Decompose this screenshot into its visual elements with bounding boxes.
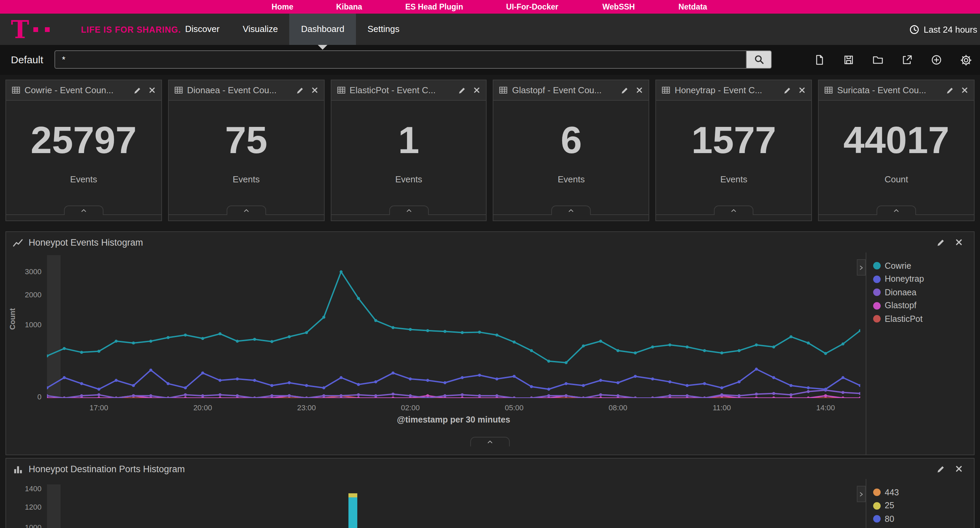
metric-value: 6	[494, 121, 649, 159]
edit-pencil-icon[interactable]	[458, 86, 466, 94]
tab-settings[interactable]: Settings	[356, 14, 411, 45]
legend-label: 443	[885, 488, 899, 498]
dashboard-toolbar	[814, 45, 972, 75]
metric-unit: Events	[494, 174, 649, 184]
logo-square-icon	[33, 27, 38, 32]
tab-dashboard[interactable]: Dashboard	[290, 14, 356, 45]
chevron-up-icon	[893, 208, 900, 214]
search-button[interactable]	[746, 50, 772, 69]
telekom-logo: T	[11, 14, 29, 44]
table-icon	[662, 86, 671, 95]
logo-square-icon	[45, 27, 50, 32]
histogram-bar[interactable]	[348, 459, 357, 528]
edit-pencil-icon[interactable]	[946, 86, 954, 94]
panel-title: Honeytrap - Event C...	[675, 85, 780, 95]
time-range-picker[interactable]: Last 24 hours	[909, 14, 977, 45]
close-icon[interactable]	[961, 86, 969, 94]
legend-item[interactable]: Glastopf	[873, 299, 924, 312]
close-icon[interactable]	[798, 86, 806, 94]
y-axis-tick-label: 0	[11, 393, 41, 401]
add-visualization-icon[interactable]	[931, 54, 942, 65]
x-axis-tick-label: 23:00	[286, 404, 327, 412]
bar-chart-plot[interactable]	[6, 459, 974, 528]
legend-item[interactable]: 80	[873, 512, 904, 526]
close-icon[interactable]	[311, 86, 318, 94]
series-honeytrap	[47, 368, 860, 391]
options-gear-icon[interactable]	[960, 54, 972, 66]
query-input[interactable]	[54, 50, 746, 69]
legend-item[interactable]: Cowrie	[873, 259, 924, 272]
legend-color-dot	[873, 289, 881, 296]
clock-icon	[909, 24, 920, 34]
legend-item[interactable]: Dionaea	[873, 286, 924, 299]
legend-label: Glastopf	[885, 301, 916, 311]
nav-link-ui-for-docker[interactable]: UI-For-Docker	[506, 0, 558, 14]
chevron-up-icon	[730, 208, 737, 214]
x-axis-title: @timestamp per 30 minutes	[47, 415, 860, 425]
edit-pencil-icon[interactable]	[296, 86, 304, 94]
legend-item[interactable]: 2223	[873, 526, 904, 528]
metric-panel-row: Cowrie - Event Coun... 25797 Events Dion…	[0, 80, 980, 221]
metric-panel-dionaea: Dionaea - Event Cou... 75 Events	[168, 80, 325, 221]
legend-item[interactable]: Honeytrap	[873, 272, 924, 286]
bar-segment	[348, 493, 357, 497]
legend-collapse-button[interactable]	[857, 259, 865, 275]
close-icon[interactable]	[636, 86, 643, 94]
app-nav-bar: T LIFE IS FOR SHARING. Discover Visualiz…	[0, 14, 980, 45]
chevron-up-icon	[80, 208, 87, 214]
legend-collapse-button[interactable]	[857, 486, 865, 502]
legend-label: 80	[885, 514, 894, 524]
close-icon[interactable]	[148, 86, 156, 94]
panel-title: Glastopf - Event Cou...	[512, 85, 617, 95]
line-chart-plot[interactable]	[47, 255, 860, 398]
metric-unit: Count	[819, 174, 974, 184]
legend-divider	[865, 253, 866, 455]
panel-header: Cowrie - Event Coun...	[6, 80, 161, 101]
y-axis-tick-label: 1400	[11, 485, 41, 493]
y-axis-tick-label: 1000	[11, 523, 41, 528]
tab-visualize[interactable]: Visualize	[231, 14, 290, 45]
save-dashboard-icon[interactable]	[843, 54, 854, 65]
panel-title: ElasticPot - Event C...	[350, 85, 454, 95]
collapse-chevron[interactable]	[877, 205, 916, 215]
metric-value: 75	[169, 121, 324, 159]
new-dashboard-icon[interactable]	[814, 54, 825, 65]
metric-value: 44017	[819, 121, 974, 159]
table-icon	[11, 86, 21, 95]
collapse-chevron[interactable]	[226, 205, 266, 215]
collapse-chevron[interactable]	[714, 205, 753, 215]
y-axis-tick-label: 1000	[11, 320, 41, 329]
panel-title: Dionaea - Event Cou...	[187, 85, 292, 95]
edit-pencil-icon[interactable]	[783, 86, 791, 94]
search-icon	[754, 54, 764, 65]
nav-link-home[interactable]: Home	[272, 0, 293, 14]
close-icon[interactable]	[473, 86, 481, 94]
collapse-chevron[interactable]	[389, 205, 428, 215]
nav-link-kibana[interactable]: Kibana	[336, 0, 363, 14]
panel-header: ElasticPot - Event C...	[331, 80, 486, 101]
chevron-up-icon	[405, 208, 412, 214]
nav-link-netdata[interactable]: Netdata	[679, 0, 707, 14]
events-histogram-panel: Honeypot Events Histogram Count 01000200…	[5, 231, 975, 455]
nav-link-webssh[interactable]: WebSSH	[602, 0, 635, 14]
metric-panel-glastopf: Glastopf - Event Cou... 6 Events	[493, 80, 649, 221]
edit-pencil-icon[interactable]	[134, 86, 142, 94]
collapse-chevron[interactable]	[470, 437, 510, 446]
edit-pencil-icon[interactable]	[621, 86, 629, 94]
legend-item[interactable]: ElasticPot	[873, 312, 924, 326]
collapse-chevron[interactable]	[64, 205, 103, 215]
edit-pencil-icon[interactable]	[937, 238, 945, 247]
tab-discover[interactable]: Discover	[173, 14, 231, 45]
close-icon[interactable]	[955, 238, 963, 246]
legend-item[interactable]: 443	[873, 486, 904, 499]
metric-unit: Events	[169, 174, 324, 184]
share-dashboard-icon[interactable]	[902, 54, 913, 65]
nav-link-es-head-plugin[interactable]: ES Head Plugin	[405, 0, 463, 14]
x-axis-tick-label: 02:00	[390, 404, 431, 412]
legend-item[interactable]: 25	[873, 499, 904, 512]
panel-header: Honeypot Events Histogram	[6, 232, 974, 253]
collapse-chevron[interactable]	[552, 205, 591, 215]
bar-segment	[348, 497, 357, 528]
open-dashboard-icon[interactable]	[872, 54, 883, 65]
table-icon	[174, 86, 183, 95]
